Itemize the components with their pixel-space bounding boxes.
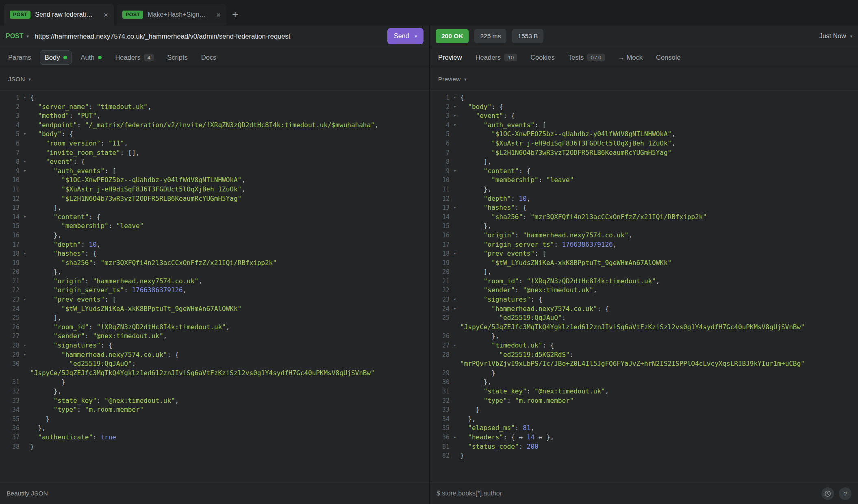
help-icon[interactable]: ? (839, 487, 851, 500)
fold-toggle-icon[interactable]: ▾ (20, 167, 30, 176)
request-tab[interactable]: POSTMake+Hash+Sign…× (117, 4, 226, 26)
fold-toggle-icon[interactable]: ▾ (450, 295, 460, 304)
code-text: "headers": { ↔ 14 ↔ }, (460, 433, 858, 442)
code-text: } (30, 442, 429, 452)
size-badge: 1553 B (512, 29, 543, 43)
fold-toggle-icon[interactable]: ▸ (450, 433, 460, 442)
response-nav: PreviewHeaders10CookiesTests0 / 0→ MockC… (430, 47, 858, 68)
fold-toggle-icon[interactable]: ▾ (450, 167, 460, 176)
tab-label: Params (8, 54, 31, 61)
response-view-label: Preview (438, 76, 460, 83)
code-line: 26 }, (430, 332, 858, 341)
code-line: 35 } (0, 415, 429, 424)
tab-scripts[interactable]: Scripts (162, 50, 192, 65)
code-line: 17 "depth": 10, (0, 240, 429, 250)
code-line: 27 "sender": "@nex:timedout.uk", (0, 332, 429, 341)
code-line: 34 "type": "m.room.member" (0, 405, 429, 415)
response-history-dropdown[interactable]: Just Now ▾ (819, 33, 852, 40)
fold-gutter-spacer (450, 176, 460, 185)
tab-body[interactable]: Body (40, 50, 72, 65)
fold-toggle-icon[interactable]: ▾ (20, 295, 30, 304)
jsonpath-filter-input[interactable] (437, 490, 817, 497)
tab-label: Tests (568, 54, 584, 61)
fold-gutter-spacer (450, 387, 460, 396)
body-language-selector[interactable]: JSON ▾ (8, 76, 31, 83)
line-number: 3 (430, 111, 450, 121)
request-tab[interactable]: POSTSend raw federati…× (4, 4, 114, 26)
fold-toggle-icon[interactable]: ▾ (450, 249, 460, 259)
fold-toggle-icon[interactable]: ▾ (20, 93, 30, 102)
line-number: 17 (0, 240, 20, 250)
tab-cookies[interactable]: Cookies (526, 50, 560, 65)
fold-toggle-icon[interactable]: ▾ (450, 304, 460, 314)
fold-toggle-icon[interactable]: ▾ (450, 93, 460, 102)
method-badge: POST (122, 11, 143, 19)
code-line: 29 } (430, 369, 858, 378)
line-number: 4 (0, 121, 20, 130)
close-tab-icon[interactable]: × (104, 11, 108, 19)
send-button[interactable]: Send ▾ (387, 28, 424, 44)
line-number: 7 (0, 148, 20, 158)
fold-toggle-icon[interactable]: ▾ (450, 203, 460, 213)
line-number: 27 (430, 341, 450, 350)
line-number: 15 (0, 222, 20, 231)
split-view: POST ▾ https://hammerhead.nexy7574.co.uk… (0, 26, 858, 504)
fold-toggle-icon[interactable]: ▾ (450, 111, 460, 121)
tab-console[interactable]: Console (651, 50, 686, 65)
code-line: 28 "ed25519:d5KG2RdS": "mrPQvrlVbZjvI9xL… (430, 350, 858, 369)
response-body-editor[interactable]: 1▾{2▾ "body": {3▾ "event": {4▾ "auth_eve… (430, 91, 858, 482)
fold-gutter-spacer (450, 267, 460, 277)
line-number: 25 (0, 313, 20, 323)
fold-gutter-spacer (20, 415, 30, 424)
fold-toggle-icon[interactable]: ▾ (20, 130, 30, 139)
code-text: "room_id": "!XRqZN3zQD2dtHc8I4k:timedout… (460, 277, 858, 286)
tab-tests[interactable]: Tests0 / 0 (563, 50, 610, 65)
tab-label: Headers (115, 54, 140, 61)
tab-headers[interactable]: Headers10 (471, 50, 522, 65)
code-line: 27▾ "timedout.uk": { (430, 341, 858, 350)
fold-gutter-spacer (20, 267, 30, 277)
fold-toggle-icon[interactable]: ▾ (20, 350, 30, 360)
code-line: 4▾ "auth_events": [ (430, 121, 858, 130)
fold-toggle-icon[interactable]: ▾ (450, 341, 460, 350)
fold-gutter-spacer (20, 176, 30, 185)
code-text: "hammerhead.nexy7574.co.uk": { (30, 350, 429, 360)
fold-toggle-icon[interactable]: ▾ (450, 121, 460, 130)
code-line: 31 "state_key": "@nex:timedout.uk", (430, 387, 858, 396)
fold-gutter-spacer (20, 405, 30, 415)
beautify-json-button[interactable]: Beautify JSON (7, 490, 48, 497)
close-tab-icon[interactable]: × (216, 11, 221, 19)
chevron-down-icon[interactable]: ▾ (415, 34, 417, 39)
chevron-down-icon: ▾ (850, 34, 852, 39)
response-view-selector[interactable]: Preview ▾ (438, 76, 467, 83)
line-number: 29 (430, 369, 450, 378)
line-number: 37 (0, 433, 20, 442)
line-number: 34 (430, 415, 450, 424)
fold-toggle-icon[interactable]: ▾ (450, 102, 460, 112)
tab-docs[interactable]: Docs (196, 50, 222, 65)
code-text: "auth_events": [ (460, 121, 858, 130)
new-tab-button[interactable]: + (232, 9, 238, 20)
request-body-editor[interactable]: 1▾{2 "server_name": "timedout.uk",3 "met… (0, 91, 429, 482)
tab-preview[interactable]: Preview (433, 50, 467, 65)
tab-auth[interactable]: Auth (76, 50, 106, 65)
tab-mock[interactable]: → Mock (613, 50, 648, 65)
clock-icon[interactable] (821, 487, 834, 500)
url-input[interactable]: https://hammerhead.nexy7574.co.uk/_hamme… (35, 33, 382, 40)
fold-toggle-icon[interactable]: ▾ (20, 249, 30, 259)
fold-toggle-icon[interactable]: ▾ (20, 213, 30, 222)
code-line: 18▾ "hashes": { (0, 249, 429, 259)
fold-toggle-icon[interactable]: ▾ (20, 341, 30, 350)
method-selector[interactable]: POST ▾ (6, 33, 29, 40)
fold-gutter-spacer (450, 313, 460, 332)
code-line: 7 "invite_room_state": [], (0, 148, 429, 158)
line-number: 15 (430, 222, 450, 231)
line-number: 24 (0, 304, 20, 314)
tab-params[interactable]: Params (3, 50, 36, 65)
code-text: ], (460, 267, 858, 277)
code-line: 20 ], (430, 267, 858, 277)
tab-headers[interactable]: Headers4 (110, 50, 159, 65)
response-pane: 200 OK 225 ms 1553 B Just Now ▾ PreviewH… (430, 26, 858, 504)
fold-gutter-spacer (20, 194, 30, 204)
fold-toggle-icon[interactable]: ▾ (20, 157, 30, 167)
